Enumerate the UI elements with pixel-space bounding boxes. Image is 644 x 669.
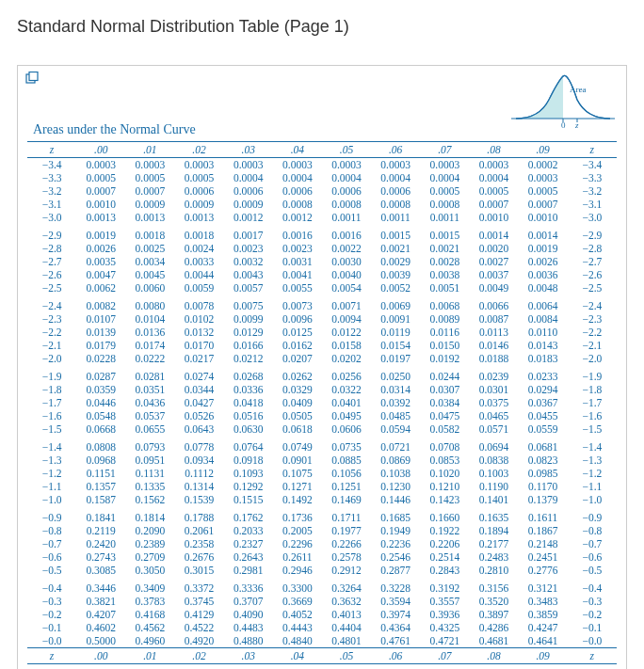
table-row: −3.00.00130.00130.00130.00120.00120.0011…: [27, 211, 617, 229]
z-cell: 0.0022: [322, 242, 371, 255]
z-cell: 0.0004: [322, 171, 371, 184]
z-cell: 0.0244: [420, 370, 469, 383]
header-col: .06: [371, 142, 420, 158]
z-cell: 0.3974: [371, 608, 420, 621]
z-cell: 0.1314: [174, 480, 223, 493]
z-cell: 0.0020: [469, 242, 518, 255]
z-cell: 0.0329: [273, 383, 322, 396]
z-cell: 0.0202: [322, 352, 371, 370]
z-cell: 0.4960: [125, 634, 174, 648]
z-cell: 0.0606: [322, 422, 371, 440]
z-cell: 0.0146: [469, 339, 518, 352]
z-cell: 0.0838: [469, 454, 518, 467]
table-row: −2.00.02280.02220.02170.02120.02070.0202…: [27, 352, 617, 370]
z-cell: 0.2946: [273, 564, 322, 581]
z-cell: 0.1131: [125, 467, 174, 480]
z-cell: 0.0071: [322, 299, 371, 312]
z-cell: 0.0030: [322, 255, 371, 268]
header-z-left: z: [27, 142, 76, 158]
z-cell: 0.0019: [519, 242, 568, 255]
table-row: −1.40.08080.07930.07780.07640.07490.0735…: [27, 440, 617, 454]
z-cell: 0.0125: [273, 326, 322, 339]
z-cell: 0.0436: [125, 396, 174, 409]
z-cell: 0.1711: [322, 511, 371, 524]
z-cell: 0.4721: [420, 634, 469, 648]
z-cell: 0.0011: [322, 211, 371, 229]
z-cell: 0.4522: [174, 621, 223, 634]
z-cell: 0.0007: [469, 198, 518, 211]
z-cell: 0.1210: [420, 480, 469, 493]
z-cell: 0.1401: [469, 493, 518, 511]
z-cell: 0.0008: [322, 198, 371, 211]
z-cell: 0.0401: [322, 396, 371, 409]
svg-text:0: 0: [561, 120, 566, 128]
footer-col: .08: [469, 648, 518, 664]
z-cell: 0.3015: [174, 564, 223, 581]
z-cell: 0.0069: [371, 299, 420, 312]
table-row: −2.70.00350.00340.00330.00320.00310.0030…: [27, 255, 617, 268]
z-cell: 0.2709: [125, 550, 174, 564]
z-row-label: −2.9: [27, 229, 76, 242]
z-cell: 0.0005: [519, 184, 568, 198]
z-cell: 0.0005: [125, 171, 174, 184]
z-cell: 0.1587: [76, 493, 125, 511]
z-cell: 0.0060: [125, 281, 174, 299]
z-cell: 0.0179: [76, 339, 125, 352]
z-cell: 0.0003: [76, 158, 125, 172]
z-row-label: −1.9: [27, 370, 76, 383]
popout-icon[interactable]: [25, 72, 39, 88]
z-row-label: −2.3: [27, 312, 76, 326]
z-cell: 0.0301: [469, 383, 518, 396]
z-cell: 0.0004: [420, 171, 469, 184]
z-cell: 0.2005: [273, 524, 322, 537]
z-cell: 0.0307: [420, 383, 469, 396]
z-cell: 0.2810: [469, 564, 518, 581]
z-cell: 0.0559: [519, 422, 568, 440]
z-cell: 0.0174: [125, 339, 174, 352]
z-cell: 0.0274: [174, 370, 223, 383]
z-cell: 0.0322: [322, 383, 371, 396]
z-cell: 0.2119: [76, 524, 125, 537]
z-row-label: −0.7: [27, 537, 76, 550]
z-cell: 0.2061: [174, 524, 223, 537]
z-cell: 0.4562: [125, 621, 174, 634]
z-row-label-right: −2.7: [568, 255, 617, 268]
page-title: Standard Normal Distribution Table (Page…: [17, 17, 627, 37]
z-cell: 0.0005: [174, 171, 223, 184]
z-row-label: −0.0: [27, 634, 76, 648]
z-row-label: −2.2: [27, 326, 76, 339]
z-cell: 0.1685: [371, 511, 420, 524]
z-cell: 0.0006: [322, 184, 371, 198]
z-cell: 0.0073: [273, 299, 322, 312]
z-cell: 0.0031: [273, 255, 322, 268]
z-cell: 0.3483: [519, 595, 568, 608]
z-cell: 0.0084: [519, 312, 568, 326]
z-cell: 0.0035: [76, 255, 125, 268]
z-cell: 0.0166: [224, 339, 273, 352]
z-cell: 0.0968: [76, 454, 125, 467]
z-cell: 0.3821: [76, 595, 125, 608]
z-cell: 0.0003: [371, 158, 420, 172]
z-cell: 0.0113: [469, 326, 518, 339]
z-cell: 0.4013: [322, 608, 371, 621]
z-cell: 0.0099: [224, 312, 273, 326]
minimize-icon[interactable]: —: [625, 0, 640, 2]
z-row-label: −1.0: [27, 493, 76, 511]
z-cell: 0.4247: [519, 621, 568, 634]
z-cell: 0.0040: [322, 268, 371, 281]
header-col: .00: [76, 142, 125, 158]
z-cell: 0.4286: [469, 621, 518, 634]
header-col: .01: [125, 142, 174, 158]
z-cell: 0.0694: [469, 440, 518, 454]
z-cell: 0.0655: [125, 422, 174, 440]
z-row-label-right: −2.1: [568, 339, 617, 352]
z-cell: 0.1949: [371, 524, 420, 537]
chart-area-label: Area: [570, 85, 587, 94]
z-cell: 0.1230: [371, 480, 420, 493]
z-cell: 0.0228: [76, 352, 125, 370]
z-cell: 0.2776: [519, 564, 568, 581]
z-cell: 0.0003: [273, 158, 322, 172]
z-cell: 0.3594: [371, 595, 420, 608]
z-cell: 0.3192: [420, 581, 469, 595]
z-row-label-right: −1.3: [568, 454, 617, 467]
